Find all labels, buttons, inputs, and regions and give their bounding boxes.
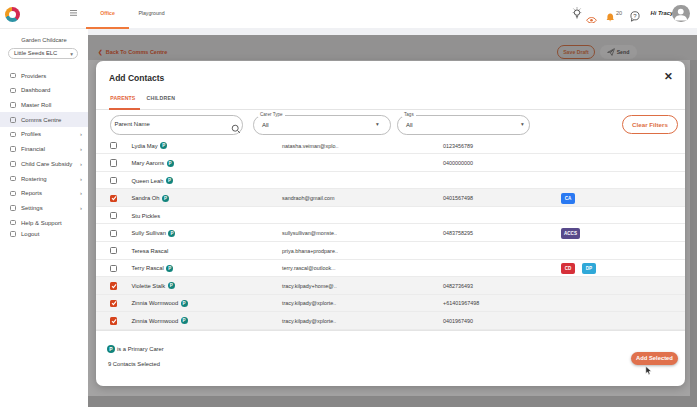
svg-text:?: ? — [633, 13, 637, 19]
